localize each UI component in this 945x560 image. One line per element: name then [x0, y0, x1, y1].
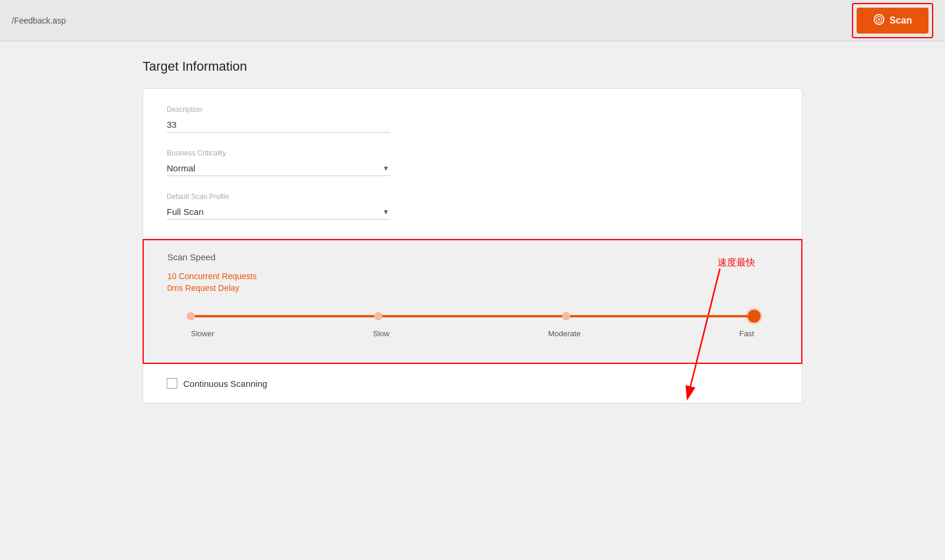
business-criticality-group: Business Criticality Normal Low High Cri…	[167, 149, 778, 176]
slider-label-slow: Slow	[373, 329, 389, 338]
description-group: Description	[167, 105, 778, 132]
slider-dot-slower	[187, 312, 195, 320]
scan-speed-slider[interactable]: Slower Slow Moderate Fast	[167, 309, 778, 338]
description-input[interactable]	[167, 117, 391, 132]
description-label: Description	[167, 105, 778, 114]
slider-dot-fast	[748, 310, 761, 323]
scan-button-highlight: Scan	[852, 3, 933, 38]
url-display: /Feedback.asp	[12, 16, 66, 25]
scan-button[interactable]: Scan	[857, 8, 929, 34]
business-criticality-label: Business Criticality	[167, 149, 778, 157]
slider-dot-slow	[374, 312, 382, 320]
slider-label-fast: Fast	[739, 329, 754, 338]
continuous-scanning-row: Continuous Scanning	[167, 378, 778, 389]
continuous-scanning-label: Continuous Scanning	[183, 379, 267, 389]
scan-speed-title: Scan Speed	[167, 252, 778, 262]
target-info-section: Description Business Criticality Normal …	[143, 89, 802, 238]
business-criticality-select-wrapper: Normal Low High Critical ▼	[167, 161, 391, 176]
business-criticality-select[interactable]: Normal Low High Critical	[167, 161, 391, 176]
concurrent-requests: 10 Concurrent Requests	[167, 271, 778, 281]
target-info-card: Description Business Criticality Normal …	[143, 88, 802, 239]
request-delay: 0ms Request Delay	[167, 283, 778, 293]
scan-speed-section: Scan Speed 10 Concurrent Requests 0ms Re…	[143, 239, 802, 364]
svg-point-2	[878, 18, 880, 20]
continuous-scanning-checkbox[interactable]	[167, 378, 177, 389]
continuous-scanning-section: Continuous Scanning	[143, 364, 802, 403]
slider-dot-moderate	[562, 312, 570, 320]
scan-profile-label: Default Scan Profile	[167, 193, 778, 201]
scan-speed-annotation-container: 速度最快 Scan Speed 10 Concurrent Requests 0…	[143, 239, 802, 364]
scan-icon	[873, 14, 885, 28]
slider-label-moderate: Moderate	[549, 329, 581, 338]
topbar: /Feedback.asp Scan	[0, 0, 945, 41]
scan-button-label: Scan	[890, 15, 912, 26]
scan-profile-select-wrapper: Full Scan High Risk Vulnerabilities SQL …	[167, 204, 391, 220]
page-title: Target Information	[143, 59, 802, 74]
scan-profile-select[interactable]: Full Scan High Risk Vulnerabilities SQL …	[167, 204, 391, 220]
scan-profile-group: Default Scan Profile Full Scan High Risk…	[167, 193, 778, 220]
slider-label-slower: Slower	[191, 329, 214, 338]
main-content: Target Information Description Business …	[119, 41, 826, 421]
